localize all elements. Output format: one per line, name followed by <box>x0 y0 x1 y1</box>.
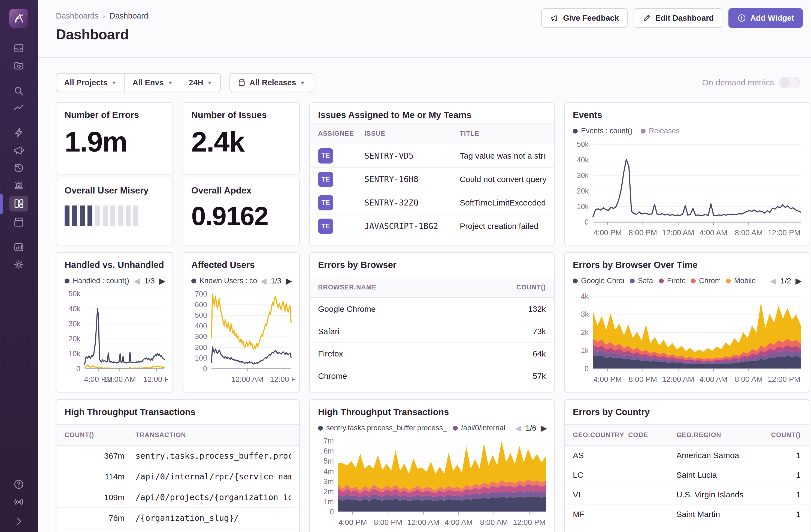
issue-link[interactable]: SENTRY-32ZQ <box>364 198 460 208</box>
pager-next-icon[interactable]: ▶ <box>541 423 547 433</box>
svg-text:600: 600 <box>195 301 207 309</box>
sidebar-item-stats[interactable] <box>9 239 28 255</box>
transaction-link[interactable]: /api/0/internal/rpc/{service_name}/{meth… <box>135 472 291 481</box>
table-row[interactable]: Mobile Safari 33k <box>310 387 554 393</box>
table-row[interactable]: 109m /api/0/projects/{organization_id_or… <box>57 487 299 508</box>
transaction-link[interactable]: /{organization_slug}/ <box>135 513 291 523</box>
give-feedback-button[interactable]: Give Feedback <box>541 8 628 28</box>
widget-overall-apdex[interactable]: Overall Apdex 0.9162 <box>183 178 300 245</box>
table-row[interactable]: TE JAVASCRIPT-1BG2 Project creation fail… <box>310 214 554 238</box>
handled-chart[interactable]: 010k20k30k40k50k4:00 PM12:00 AM12:00 P <box>59 288 168 386</box>
widget-events[interactable]: Events Events : count() Releases 010k20k… <box>564 102 809 245</box>
legend-item[interactable]: Mobile S <box>726 277 757 285</box>
breadcrumb-dashboards[interactable]: Dashboards <box>56 12 98 20</box>
table-row[interactable]: AS American Samoa 1 <box>565 445 809 465</box>
environments-filter[interactable]: All Envs▼ <box>124 74 180 92</box>
column-count[interactable]: COUNT() <box>746 431 801 439</box>
widget-number-of-issues[interactable]: Number of Issues 2.4k <box>183 102 300 174</box>
table-row[interactable]: Chrome 57k <box>310 365 554 387</box>
sidebar-item-releases[interactable] <box>9 214 28 230</box>
table-row[interactable]: 367m sentry.tasks.process_buffer.process… <box>57 445 299 466</box>
pager-next-icon[interactable]: ▶ <box>286 276 292 286</box>
legend-item[interactable]: Handled : count() <box>65 277 129 285</box>
events-chart[interactable]: 010k20k30k40k50k4:00 PM8:00 PM12:00 AM4:… <box>567 138 805 239</box>
column-issue[interactable]: ISSUE <box>364 130 460 137</box>
sidebar-item-feedback[interactable] <box>9 142 28 158</box>
column-browser-name[interactable]: BROWSER.NAME <box>318 284 486 291</box>
transaction-link[interactable]: /api/0/projects/{organization_id_or_slug… <box>135 492 291 502</box>
widget-handled-vs-unhandled[interactable]: Handled vs. Unhandled Handled : count() … <box>56 252 173 393</box>
column-assignee[interactable]: ASSIGNEE <box>318 130 364 137</box>
sentry-logo[interactable] <box>9 9 28 28</box>
on-demand-metrics-toggle[interactable] <box>779 77 800 88</box>
widget-affected-users[interactable]: Affected Users Known Users : cour ◀ 1/3 … <box>183 252 300 393</box>
column-region[interactable]: GEO.REGION <box>676 431 746 439</box>
pager-next-icon[interactable]: ▶ <box>795 276 802 286</box>
table-row[interactable]: TE SENTRY-32ZQ SoftTimeLimitExceeded <box>310 191 554 214</box>
table-row[interactable]: 76m /{organization_slug}/ <box>57 508 299 529</box>
sidebar-item-replays[interactable] <box>9 160 28 176</box>
widget-errors-by-country[interactable]: Errors by Country GEO.COUNTRY_CODE GEO.R… <box>564 399 809 532</box>
widget-errors-by-browser-over-time[interactable]: Errors by Browser Over Time Google Chrom… <box>564 252 809 393</box>
widget-high-throughput-table[interactable]: High Throughput Transactions COUNT() TRA… <box>56 399 300 532</box>
high-throughput-chart[interactable]: 01m2m3m4m5m6m7m4:00 PM8:00 PM12:00 AM4:0… <box>312 435 550 529</box>
add-widget-button[interactable]: Add Widget <box>729 8 803 28</box>
sidebar-collapse-button[interactable] <box>9 514 28 529</box>
sidebar-item-projects[interactable] <box>9 58 28 74</box>
sidebar-item-whats-new[interactable] <box>9 494 28 510</box>
legend-item[interactable]: /api/0/internal/r <box>453 424 505 432</box>
edit-dashboard-button[interactable]: Edit Dashboard <box>633 8 722 28</box>
legend-item[interactable]: Events : count() <box>573 127 632 135</box>
errors-by-browser-over-time-chart[interactable]: 01k2k3k4k4:00 PM8:00 PM12:00 AM4:00 AM8:… <box>567 288 805 386</box>
pager-prev-icon[interactable]: ◀ <box>515 423 521 433</box>
widget-errors-by-browser[interactable]: Errors by Browser BROWSER.NAME COUNT() G… <box>309 252 554 393</box>
legend-item[interactable]: Chrome <box>691 277 720 285</box>
table-row[interactable]: VI U.S. Virgin Islands 1 <box>565 485 809 504</box>
issue-link[interactable]: SENTRY-VD5 <box>364 151 460 161</box>
widget-high-throughput-chart[interactable]: High Throughput Transactions sentry.task… <box>309 399 554 532</box>
table-row[interactable]: TE SENTRY-16H8 Could not convert query <box>310 168 554 191</box>
column-count[interactable]: COUNT() <box>65 431 124 439</box>
table-row[interactable]: Google Chrome 132k <box>310 298 554 320</box>
table-row[interactable] <box>57 529 299 532</box>
sidebar-item-starfish[interactable] <box>9 125 28 141</box>
sidebar-item-issues[interactable] <box>9 40 28 56</box>
sidebar-item-search[interactable] <box>9 83 28 99</box>
column-transaction[interactable]: TRANSACTION <box>135 431 291 439</box>
legend-item[interactable]: Google Chrome <box>573 277 624 285</box>
table-row[interactable]: TE SENTRY-VD5 Tag value was not a string <box>310 144 554 168</box>
pager-next-icon[interactable]: ▶ <box>159 276 165 286</box>
transaction-link[interactable]: sentry.tasks.process_buffer.process_incr <box>135 451 291 460</box>
table-row[interactable]: 114m /api/0/internal/rpc/{service_name}/… <box>57 466 299 487</box>
sidebar-item-help[interactable] <box>9 476 28 492</box>
legend-item[interactable]: sentry.tasks.process_buffer.process_incr <box>318 424 447 432</box>
pager-prev-icon[interactable]: ◀ <box>260 276 266 286</box>
widget-overall-user-misery[interactable]: Overall User Misery <box>56 178 173 245</box>
affected-users-chart[interactable]: 010020030040050060070012:00 AM12:00 P <box>185 288 295 386</box>
column-country-code[interactable]: GEO.COUNTRY_CODE <box>573 431 676 439</box>
sidebar-item-settings[interactable] <box>9 257 28 273</box>
legend-item[interactable]: Firefox <box>659 277 685 285</box>
pager-prev-icon[interactable]: ◀ <box>770 276 776 286</box>
widget-number-of-errors[interactable]: Number of Errors 1.9m <box>56 102 173 174</box>
column-title[interactable]: TITLE <box>460 130 546 137</box>
pager-prev-icon[interactable]: ◀ <box>134 276 140 286</box>
column-count[interactable]: COUNT() <box>486 284 546 291</box>
sidebar-item-alerts[interactable] <box>9 177 28 193</box>
widget-issues-assigned[interactable]: Issues Assigned to Me or My Teams ASSIGN… <box>309 102 554 245</box>
issue-link[interactable]: SENTRY-16H8 <box>364 174 460 184</box>
releases-filter[interactable]: All Releases▼ <box>230 74 313 92</box>
sidebar-item-performance[interactable] <box>9 100 28 116</box>
legend-item[interactable]: Safari <box>630 277 653 285</box>
projects-filter[interactable]: All Projects▼ <box>57 74 124 92</box>
table-row[interactable]: Safari 73k <box>310 320 554 343</box>
issue-link[interactable]: JAVASCRIPT-1BG2 <box>364 221 460 231</box>
table-row[interactable]: MF Saint Martin 1 <box>565 504 809 524</box>
legend-item[interactable]: Releases <box>641 127 680 135</box>
legend-item[interactable]: Known Users : cour <box>191 277 259 285</box>
sidebar-item-dashboards[interactable] <box>9 196 28 212</box>
table-row[interactable]: Firefox 64k <box>310 343 554 365</box>
number-of-issues-value: 2.4k <box>183 123 299 158</box>
table-row[interactable]: LC Saint Lucia 1 <box>565 465 809 485</box>
date-range-filter[interactable]: 24H▼ <box>181 74 220 92</box>
